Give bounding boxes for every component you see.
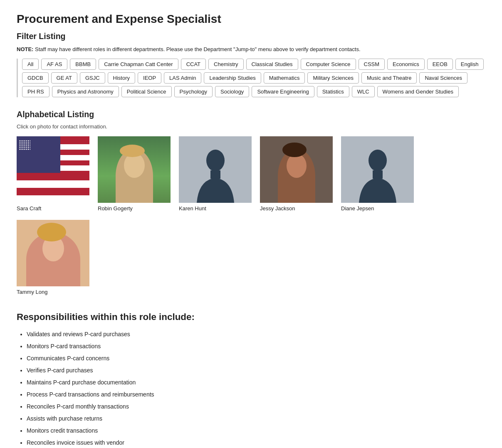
- filter-button[interactable]: GE AT: [51, 72, 77, 84]
- staff-card[interactable]: Robin Gogerty: [98, 136, 171, 212]
- staff-name: Diane Jepsen: [341, 205, 374, 212]
- filter-button[interactable]: Military Sciences: [307, 72, 359, 84]
- filter-button[interactable]: Computer Science: [301, 59, 356, 70]
- page-title: Procurement and Expense Specialist: [17, 12, 485, 26]
- note-label: NOTE:: [17, 46, 33, 52]
- svg-point-6: [20, 142, 21, 143]
- responsibility-item: Assists with purchase returns: [27, 413, 485, 424]
- svg-point-3: [26, 140, 27, 141]
- responsibility-item: Monitors P-card transactions: [27, 340, 485, 352]
- staff-name: Sara Craft: [17, 205, 41, 212]
- responsibility-item: Maintains P-card purchase documentation: [27, 377, 485, 388]
- filter-button[interactable]: Software Engineering: [252, 86, 314, 97]
- staff-name: Robin Gogerty: [98, 205, 133, 212]
- responsibility-item: Reconciles invoice issues with vendor: [27, 437, 485, 448]
- svg-point-18: [20, 146, 21, 148]
- svg-point-14: [24, 144, 25, 145]
- svg-point-19: [22, 146, 23, 148]
- filter-button[interactable]: Economics: [387, 59, 425, 70]
- svg-point-5: [30, 140, 31, 141]
- filter-button[interactable]: Womens and Gender Studies: [377, 86, 459, 97]
- svg-point-20: [24, 146, 25, 148]
- svg-point-0: [20, 140, 21, 141]
- svg-point-17: [30, 144, 31, 145]
- svg-point-28: [28, 148, 29, 150]
- filter-button[interactable]: BBMB: [70, 59, 96, 70]
- filter-button[interactable]: Statistics: [317, 86, 349, 97]
- filter-button[interactable]: Leadership Studies: [204, 72, 261, 84]
- filter-button[interactable]: WLC: [352, 86, 375, 97]
- svg-rect-31: [210, 170, 220, 179]
- responsibility-item: Reconciles P-card monthly transactions: [27, 401, 485, 412]
- filter-button[interactable]: LAS Admin: [164, 72, 201, 84]
- alphabetical-heading: Alphabetical Listing: [17, 110, 485, 119]
- svg-point-10: [28, 142, 29, 143]
- filter-button[interactable]: Sociology: [215, 86, 249, 97]
- filter-button[interactable]: History: [108, 72, 135, 84]
- svg-point-15: [26, 144, 27, 145]
- staff-photo: [17, 220, 89, 286]
- svg-point-13: [22, 144, 23, 145]
- staff-photo: [341, 136, 414, 203]
- staff-card[interactable]: Karen Hunt: [179, 136, 252, 212]
- filter-button[interactable]: IEOP: [138, 72, 161, 84]
- responsibility-item: Communicates P-card concerns: [27, 352, 485, 364]
- filter-button[interactable]: EEOB: [427, 59, 453, 70]
- svg-point-29: [30, 148, 31, 150]
- filter-button[interactable]: Mathematics: [264, 72, 305, 84]
- svg-point-4: [28, 140, 29, 141]
- filter-button[interactable]: All: [22, 59, 39, 70]
- filter-button[interactable]: Psychology: [174, 86, 213, 97]
- note-text: Staff may have different roles in differ…: [35, 46, 360, 52]
- filter-button[interactable]: Naval Sciences: [419, 72, 467, 84]
- svg-point-30: [206, 150, 225, 171]
- svg-point-12: [20, 144, 21, 145]
- staff-photo: [260, 136, 333, 203]
- filter-button[interactable]: Carrie Chapman Catt Center: [99, 59, 178, 70]
- responsibility-item: Validates and reviews P-card purchases: [27, 328, 485, 340]
- svg-point-7: [22, 142, 23, 143]
- staff-card[interactable]: Sara Craft: [17, 136, 89, 212]
- svg-point-16: [28, 144, 29, 145]
- filter-button[interactable]: GSJC: [80, 72, 105, 84]
- staff-photo: [17, 136, 89, 203]
- staff-name: Jessy Jackson: [260, 205, 295, 212]
- filter-button[interactable]: CCAT: [181, 59, 206, 70]
- svg-point-24: [20, 148, 21, 150]
- svg-point-8: [24, 142, 25, 143]
- svg-point-25: [22, 148, 23, 150]
- responsibility-item: Verifies P-card purchases: [27, 364, 485, 376]
- staff-card[interactable]: Tammy Long: [17, 220, 89, 295]
- filter-button[interactable]: GDCB: [22, 72, 49, 84]
- staff-card[interactable]: Jessy Jackson: [260, 136, 333, 212]
- staff-name: Tammy Long: [17, 289, 47, 295]
- staff-photo: [98, 136, 171, 203]
- svg-point-1: [22, 140, 23, 141]
- responsibilities-list: Validates and reviews P-card purchasesMo…: [17, 328, 485, 448]
- filter-button[interactable]: CSSM: [359, 59, 385, 70]
- svg-point-27: [26, 148, 27, 150]
- staff-grid: Sara Craft Robin Gogerty Karen Hunt Jess…: [17, 136, 485, 295]
- filter-button[interactable]: Physics and Astronomy: [52, 86, 119, 97]
- filter-button[interactable]: AF AS: [41, 59, 67, 70]
- svg-point-26: [24, 148, 25, 150]
- filter-button[interactable]: Music and Theatre: [361, 72, 417, 84]
- svg-point-32: [368, 150, 387, 171]
- staff-name: Karen Hunt: [179, 205, 206, 212]
- svg-point-2: [24, 140, 25, 141]
- svg-rect-33: [373, 170, 383, 179]
- filter-button[interactable]: Chemistry: [208, 59, 244, 70]
- responsibility-item: Process P-card transactions and reimburs…: [27, 389, 485, 400]
- filter-buttons: AllAF ASBBMBCarrie Chapman Catt CenterCC…: [17, 59, 485, 97]
- filter-button[interactable]: English: [455, 59, 484, 70]
- filter-heading: Filter Listing: [17, 32, 485, 41]
- filter-button[interactable]: Political Science: [121, 86, 172, 97]
- filter-note: NOTE: Staff may have different roles in …: [17, 45, 485, 54]
- svg-point-21: [26, 146, 27, 148]
- filter-button[interactable]: PH RS: [22, 86, 49, 97]
- staff-card[interactable]: Diane Jepsen: [341, 136, 414, 212]
- filter-button[interactable]: Classical Studies: [246, 59, 298, 70]
- staff-photo: [179, 136, 252, 203]
- alphabetical-subtitle: Click on photo for contact information.: [17, 123, 485, 130]
- responsibilities-section: Responsibilities within this role includ…: [17, 312, 485, 448]
